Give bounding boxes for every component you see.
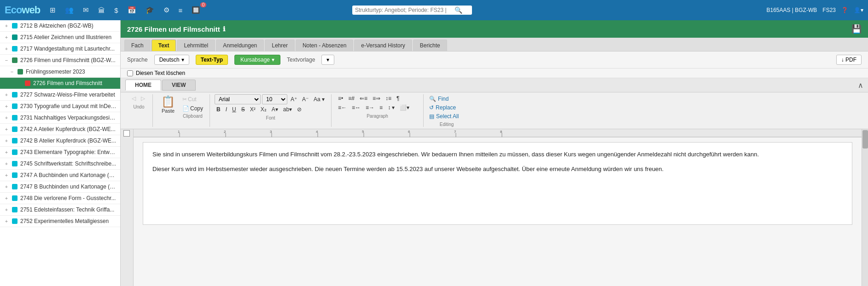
find-button[interactable]: 🔍 Find — [428, 95, 460, 103]
underline-button[interactable]: U — [230, 105, 238, 114]
tab-fach[interactable]: Fach — [124, 40, 151, 51]
font-case-button[interactable]: Aa ▾ — [312, 95, 326, 103]
expand-icon[interactable]: + — [4, 126, 9, 132]
textvorlage-dropdown[interactable]: ▾ — [321, 55, 334, 65]
sidebar-item-item6[interactable]: 2726 Filmen und Filmschnitt — [0, 78, 120, 89]
expand-icon[interactable]: − — [9, 69, 15, 74]
align-right-button[interactable]: ≡→ — [364, 103, 376, 112]
align-justify-button[interactable]: ≡ — [378, 103, 384, 112]
undo-button[interactable]: ◁ — [130, 94, 138, 103]
nav-icon-send[interactable]: ✉ — [81, 5, 91, 15]
sidebar-item-item3[interactable]: +2717 Wandgestaltung mit Lasurtechr... — [0, 43, 120, 55]
expand-icon[interactable]: + — [4, 46, 9, 51]
help-icon[interactable]: ❓ — [841, 7, 848, 13]
scrollbar-thumb[interactable] — [862, 130, 868, 149]
tab-eversand[interactable]: e-Versand History — [354, 40, 412, 51]
tab-lehrer[interactable]: Lehrer — [265, 40, 295, 51]
nav-icon-notification[interactable]: 🔲0 — [189, 5, 203, 15]
paragraph-shading-button[interactable]: ⬜▾ — [398, 103, 411, 112]
show-marks-button[interactable]: ¶ — [395, 94, 401, 103]
sidebar-item-item7[interactable]: +2727 Schwarz-Weiss-Filme verarbeitet — [0, 89, 120, 101]
indent-increase-button[interactable]: ≡⇒ — [371, 94, 382, 103]
replace-button[interactable]: ↺ Replace — [428, 104, 460, 111]
sidebar-item-item18[interactable]: +2752 Experimentelles Metallgiessen — [0, 216, 120, 227]
expand-icon[interactable]: + — [4, 34, 9, 40]
sidebar-item-item8[interactable]: +2730 Typografie und Layout mit InDes... — [0, 101, 120, 112]
bold-button[interactable]: B — [215, 105, 222, 114]
sidebar-item-item9[interactable]: +2731 Nachhaltiges Verpackungsdesig... — [0, 112, 120, 124]
text-typ-button[interactable]: Text-Typ — [196, 55, 228, 65]
line-spacing-button[interactable]: ↕ ▾ — [386, 103, 396, 112]
font-size-select[interactable]: 10 — [262, 94, 287, 104]
tab-berichte[interactable]: Berichte — [413, 40, 447, 51]
expand-icon[interactable]: − — [4, 57, 9, 63]
highlight-button[interactable]: ab▾ — [281, 105, 294, 114]
expand-icon[interactable]: + — [4, 103, 9, 109]
select-all-button[interactable]: ▤ Select All — [428, 113, 460, 120]
search-button[interactable]: 🔍 — [454, 6, 462, 14]
clear-format-button[interactable]: ⊘ — [295, 105, 303, 114]
save-button[interactable]: 💾 — [851, 24, 862, 34]
italic-button[interactable]: I — [224, 105, 229, 114]
bullet-list-button[interactable]: ≡• — [336, 94, 345, 103]
editor-tab-view[interactable]: VIEW — [162, 80, 196, 91]
sidebar-item-item2[interactable]: +2715 Atelier Zeichnen und Illustrieren — [0, 32, 120, 43]
sidebar-item-item1[interactable]: +2712 B Aktzeichen (BGZ-WB) — [0, 20, 120, 32]
nav-icon-grid[interactable]: ⊞ — [47, 5, 58, 15]
sidebar-item-item14[interactable]: +2747 A Buchbinden und Kartonage (B... — [0, 170, 120, 181]
tab-anmeldungen[interactable]: Anmeldungen — [216, 40, 264, 51]
font-family-select[interactable]: Arial — [215, 94, 261, 104]
align-center-button[interactable]: ≡↔ — [350, 103, 362, 112]
align-left-button[interactable]: ≡← — [336, 103, 349, 112]
expand-icon[interactable]: + — [4, 138, 9, 143]
nav-icon-dollar[interactable]: $ — [112, 6, 120, 15]
nav-icon-settings1[interactable]: ⚙ — [161, 5, 172, 15]
search-input[interactable] — [355, 7, 452, 13]
number-list-button[interactable]: ≡# — [346, 94, 356, 103]
expand-icon[interactable]: + — [4, 195, 9, 201]
delete-checkbox[interactable] — [127, 70, 133, 76]
expand-icon[interactable]: + — [4, 92, 9, 97]
nav-icon-building[interactable]: 🏛 — [96, 6, 107, 15]
nav-icon-menu[interactable]: ≡ — [176, 6, 185, 15]
expand-icon[interactable]: + — [4, 23, 9, 29]
sprache-dropdown[interactable]: Deutsch ▾ — [154, 55, 189, 65]
nav-icon-calendar[interactable]: 📅 — [125, 5, 139, 15]
sidebar-item-item12[interactable]: +2743 Elementare Typographie: Entwe... — [0, 147, 120, 158]
font-shrink-button[interactable]: A⁻ — [300, 95, 310, 103]
nav-icon-users[interactable]: 👥 — [63, 5, 76, 15]
sidebar-item-item5[interactable]: −Frühlingssemester 2023 — [0, 66, 120, 78]
expand-icon[interactable]: + — [4, 149, 9, 155]
tab-noten[interactable]: Noten - Absenzen — [296, 40, 353, 51]
superscript-button[interactable]: X² — [248, 105, 257, 114]
expand-icon[interactable]: + — [4, 218, 9, 224]
expand-icon[interactable]: + — [4, 161, 9, 166]
expand-icon[interactable]: + — [4, 207, 9, 212]
info-icon[interactable]: ℹ — [223, 25, 225, 33]
tab-text[interactable]: Text — [151, 40, 176, 51]
nav-icon-graduate[interactable]: 🎓 — [143, 5, 157, 15]
period-label[interactable]: FS23 — [822, 7, 836, 13]
sidebar-item-item16[interactable]: +2748 Die verlorene Form - Gusstechr... — [0, 193, 120, 204]
editor-page[interactable]: Sie sind in unserem Weiterbildungskurs F… — [143, 142, 852, 225]
tab-lehrmittel[interactable]: Lehrmittel — [177, 40, 215, 51]
indent-decrease-button[interactable]: ⇐≡ — [358, 94, 369, 103]
sidebar-item-item13[interactable]: +2745 Schriftwerkstatt: Schriftschreibe.… — [0, 158, 120, 170]
subscript-button[interactable]: X₂ — [259, 105, 268, 114]
sidebar-item-item15[interactable]: +2747 B Buchbinden und Kartonage (B... — [0, 181, 120, 193]
font-color-button[interactable]: A▾ — [270, 105, 280, 114]
font-grow-button[interactable]: A⁺ — [289, 95, 299, 103]
editor-scroll[interactable]: Sie sind in unserem Weiterbildungskurs F… — [134, 137, 862, 286]
right-scrollbar[interactable] — [862, 129, 868, 286]
pdf-button[interactable]: ↓ PDF — [836, 55, 862, 65]
paste-button[interactable]: 📋 Paste — [157, 94, 179, 114]
sort-button[interactable]: ↕≡ — [384, 94, 393, 103]
sidebar-item-item10[interactable]: +2742 A Atelier Kupferdruck (BGZ-WE... — [0, 124, 120, 135]
redo-button[interactable]: ▷ — [139, 94, 147, 103]
editor-tab-home[interactable]: HOME — [125, 80, 161, 91]
sidebar-item-item4[interactable]: −2726 Filmen und Filmschnitt (BGZ-W... — [0, 55, 120, 66]
expand-icon[interactable]: + — [4, 184, 9, 189]
sidebar-item-item11[interactable]: +2742 B Atelier Kupferdruck (BGZ-WE... — [0, 135, 120, 147]
cut-button[interactable]: ✂ Cut — [181, 95, 205, 103]
expand-icon[interactable]: + — [4, 115, 9, 120]
